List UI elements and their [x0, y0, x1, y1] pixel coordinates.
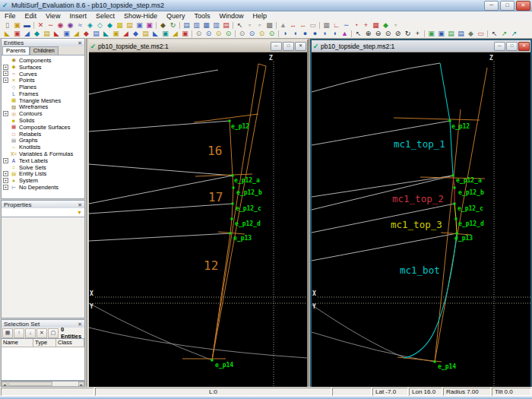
tree-item-system[interactable]: + ∗ System	[2, 177, 84, 184]
mesh-tool-icon[interactable]: ▦	[115, 21, 125, 30]
visibility-icon[interactable]: ⊙	[267, 30, 277, 38]
frame-icon[interactable]: ▭	[308, 21, 318, 30]
menu-item[interactable]: Select	[91, 12, 119, 20]
entity-edit-icon[interactable]: ◣	[101, 30, 111, 38]
curvature-icon[interactable]: ∼	[341, 21, 351, 30]
tree-expand-icon[interactable]: +	[3, 78, 8, 83]
undo-icon[interactable]: ↻	[168, 21, 178, 30]
view-preset-icon[interactable]: ◗	[320, 30, 330, 38]
menu-item[interactable]: Window	[214, 12, 248, 20]
tree-expand-icon[interactable]: +	[3, 178, 8, 183]
zoom-prev-icon[interactable]: ⊘	[393, 30, 403, 38]
view-rotate-icon[interactable]: ▲	[340, 30, 350, 38]
entity-edit-icon[interactable]: ▣	[62, 30, 71, 38]
viewport2-drawing[interactable]: Z X Y mc1_top_1 mc1_top_2 mc1_top_3 mc1_…	[312, 52, 530, 388]
horizontal-scrollbar[interactable]: ◂ ▸	[1, 381, 85, 387]
pick-icon[interactable]: ↗	[509, 30, 519, 38]
snake-tool-icon[interactable]: ≈	[75, 21, 85, 30]
viewport2-titlebar[interactable]: ✓ pb10_topside_step.ms2:1 ─ □ ✕	[312, 40, 530, 52]
tree-item-frames[interactable]: L Frames	[2, 90, 84, 97]
window-layout-icon[interactable]: ▥	[192, 21, 201, 30]
tree-expand-icon[interactable]: +	[3, 185, 8, 190]
entity-edit-icon[interactable]: ◣	[150, 30, 160, 38]
select-fence-icon[interactable]: ▫	[255, 21, 264, 30]
tree-expand-icon[interactable]: +	[3, 111, 8, 116]
titlebar[interactable]: ✓ MultiSurf_Evaluation 8.6 - pb10_topsid…	[0, 0, 532, 11]
move-up-button[interactable]: ↑	[14, 328, 24, 338]
tree-expand-icon[interactable]: +	[3, 171, 8, 176]
menu-item[interactable]: View	[41, 12, 65, 20]
minimize-button[interactable]: ─	[484, 1, 499, 11]
display-mode-icon[interactable]: ▭	[476, 30, 486, 38]
select-fence-icon[interactable]: ▫	[245, 21, 255, 30]
display-mode-icon[interactable]: ▣	[426, 30, 436, 38]
window-layout-icon[interactable]: ▤	[182, 21, 192, 30]
bead-tool-icon[interactable]: ◉	[55, 21, 65, 30]
close-icon[interactable]: ✕	[78, 40, 82, 46]
tree-item-entity-lists[interactable]: + ▤ Entity Lists	[2, 171, 84, 178]
scroll-left-icon[interactable]: ◂	[2, 382, 8, 386]
window-layout-icon[interactable]: ▥	[211, 21, 221, 30]
tree-item-variables-formulas[interactable]: X= Variables & Formulas	[2, 150, 84, 157]
viewport1-canvas[interactable]: Z X Y 16 17 12 e_p12 e_p12_a e_p12_b e_p…	[89, 52, 307, 388]
new-file-icon[interactable]: ▯	[2, 21, 12, 30]
tree-expand-icon[interactable]: +	[3, 158, 8, 163]
close-button[interactable]: ✕	[295, 42, 306, 51]
tree-item-points[interactable]: + ✕ Points	[2, 77, 84, 84]
tree-item-solids[interactable]: ■ Solids	[2, 117, 84, 124]
tree-item-text-labels[interactable]: + A Text Labels	[2, 157, 84, 164]
entity-tool-icon[interactable]: ▣	[144, 21, 154, 30]
viewport2-canvas[interactable]: Z X Y mc1_top_1 mc1_top_2 mc1_top_3 mc1_…	[312, 52, 530, 388]
entity-edit-icon[interactable]: ◢	[22, 30, 32, 38]
tree-item-solve-sets[interactable]: = Solve Sets	[2, 164, 84, 171]
grid-icon[interactable]: ▦	[371, 21, 381, 30]
grid-icon[interactable]: ▦	[321, 21, 331, 30]
diamond-icon[interactable]: ◆	[381, 21, 391, 30]
scroll-right-icon[interactable]: ▸	[78, 382, 84, 386]
gauge-icon[interactable]: ◔	[351, 21, 361, 30]
tree-expand-icon[interactable]: +	[3, 65, 8, 70]
select-all-icon[interactable]: ▩	[264, 21, 274, 30]
entity-edit-icon[interactable]: ◢	[71, 30, 81, 38]
arrows-icon[interactable]: ↔	[298, 21, 308, 30]
entity-edit-icon[interactable]: ◢	[170, 30, 180, 38]
surface-tool-icon[interactable]: ◇	[95, 21, 105, 30]
tree-item-contours[interactable]: + ◎ Contours	[2, 110, 84, 117]
tree-item-curves[interactable]: + ∼ Curves	[2, 71, 84, 78]
magnet-tool-icon[interactable]: ◉	[65, 21, 75, 30]
surface-tool-icon[interactable]: ◈	[85, 21, 95, 30]
minimize-button[interactable]: ─	[494, 42, 505, 51]
entity-edit-icon[interactable]: ◣	[52, 30, 62, 38]
menu-item[interactable]: Edit	[21, 12, 42, 20]
tree-item-wireframes[interactable]: ▨ Wireframes	[2, 104, 84, 111]
visibility-icon[interactable]: ⊙	[237, 30, 247, 38]
tree-item-knotlists[interactable]: ∼ Knotlists	[2, 144, 84, 150]
visibility-icon[interactable]: ⊙	[194, 30, 204, 38]
display-mode-icon[interactable]: ▣	[436, 30, 446, 38]
close-icon[interactable]: ✕	[78, 202, 82, 208]
column-header-class[interactable]: Class	[56, 339, 84, 347]
pick-icon[interactable]: ↗	[499, 30, 509, 38]
menu-item[interactable]: Tools	[189, 12, 214, 20]
view-preset-icon[interactable]: ◗	[280, 30, 290, 38]
display-mode-icon[interactable]: ◆	[466, 30, 476, 38]
tab-children[interactable]: Children	[30, 46, 59, 55]
tree-expand-icon[interactable]: +	[3, 71, 8, 76]
zoom-box-icon[interactable]: ↖	[353, 30, 363, 38]
close-button[interactable]: ✕	[518, 42, 530, 51]
entity-edit-icon[interactable]: ▣	[111, 30, 121, 38]
visibility-icon[interactable]: ⊙	[214, 30, 223, 38]
entity-edit-icon[interactable]: ▣	[12, 30, 22, 38]
crosshair-icon[interactable]: +	[361, 21, 371, 30]
entity-edit-icon[interactable]: ▤	[91, 30, 101, 38]
entity-edit-icon[interactable]: ▤	[42, 30, 52, 38]
scrollbar-thumb[interactable]	[8, 382, 52, 386]
minimize-button[interactable]: ─	[271, 42, 282, 51]
entity-tool-icon[interactable]: ▣	[135, 21, 144, 30]
point-tool-icon[interactable]: ✕	[36, 21, 46, 30]
maximize-button[interactable]: □	[506, 42, 518, 51]
visibility-icon[interactable]: ⊙	[257, 30, 267, 38]
add-entities-button[interactable]: ▦	[2, 328, 13, 338]
menu-item[interactable]: File	[0, 12, 21, 20]
maximize-button[interactable]: □	[500, 1, 515, 11]
